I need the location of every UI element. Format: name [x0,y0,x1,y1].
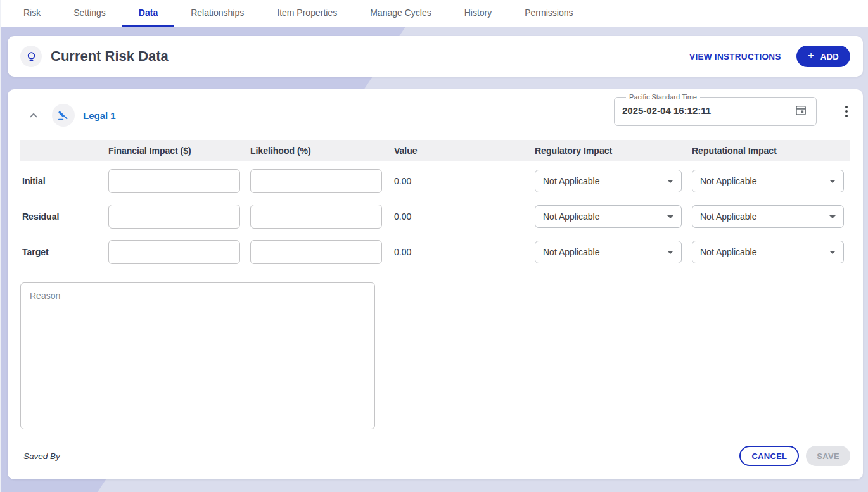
selected-value: Not Applicable [700,247,757,257]
initial-regulatory-impact-select[interactable]: Not Applicable [535,170,682,192]
column-header-regulatory-impact: Regulatory Impact [535,146,692,156]
add-button[interactable]: + ADD [796,46,850,67]
dropdown-caret-icon [829,251,836,254]
plus-icon: + [808,50,815,61]
initial-financial-impact-input[interactable] [108,169,240,193]
tab-item-properties[interactable]: Item Properties [260,0,354,27]
collapse-chevron-up-icon[interactable] [25,107,42,123]
target-regulatory-impact-select[interactable]: Not Applicable [535,241,682,263]
add-button-label: ADD [820,52,839,61]
risk-item-name-link[interactable]: Legal 1 [83,110,116,121]
table-row-initial: Initial 0.00 Not Applicable Not Applicab… [20,169,850,193]
dropdown-caret-icon [829,215,836,218]
gavel-icon [52,104,75,127]
saved-by-label: Saved By [23,451,60,461]
table-header-row: Financial Impact ($) Likelihood (%) Valu… [20,140,850,161]
tab-risk[interactable]: Risk [7,0,57,27]
datetime-fieldset: Pacific Standard Time 2025-02-04 16:12:1… [614,93,817,126]
target-financial-impact-input[interactable] [108,240,240,264]
page-title: Current Risk Data [51,48,169,65]
column-header-likelihood: Likelihood (%) [250,146,394,156]
cancel-button[interactable]: CANCEL [739,446,799,466]
row-label-initial: Initial [20,176,108,186]
residual-reputational-impact-select[interactable]: Not Applicable [692,205,844,228]
timezone-label: Pacific Standard Time [626,93,700,101]
header-actions: VIEW INSTRUCTIONS + ADD [689,46,850,67]
app-window: Risk Settings Data Relationships Item Pr… [0,0,868,492]
target-value: 0.00 [394,247,535,257]
dropdown-caret-icon [829,180,836,183]
table-row-residual: Residual 0.00 Not Applicable Not Applica… [20,205,850,229]
residual-value: 0.00 [394,211,535,222]
column-header-financial-impact: Financial Impact ($) [108,146,250,156]
residual-likelihood-input[interactable] [250,205,382,229]
column-header-reputational-impact: Reputational Impact [692,146,844,156]
table-row-target: Target 0.00 Not Applicable Not Applicabl… [20,240,850,264]
dropdown-caret-icon [667,215,673,218]
page-header-card: Current Risk Data VIEW INSTRUCTIONS + AD… [8,36,863,77]
more-options-kebab-icon[interactable] [841,102,852,121]
tab-settings[interactable]: Settings [57,0,122,27]
view-instructions-link[interactable]: VIEW INSTRUCTIONS [689,52,781,61]
selected-value: Not Applicable [700,176,757,186]
selected-value: Not Applicable [543,247,600,257]
tab-history[interactable]: History [448,0,509,27]
panel-footer: Saved By CANCEL SAVE [20,446,850,466]
target-reputational-impact-select[interactable]: Not Applicable [692,241,844,263]
reason-textarea[interactable] [20,282,375,429]
top-tab-bar: Risk Settings Data Relationships Item Pr… [1,0,868,27]
item-header-row: Legal 1 Pacific Standard Time 2025-02-04… [20,97,850,134]
dropdown-caret-icon [667,180,673,183]
tab-permissions[interactable]: Permissions [508,0,589,27]
selected-value: Not Applicable [543,211,600,222]
tab-manage-cycles[interactable]: Manage Cycles [354,0,448,27]
row-label-residual: Residual [20,211,108,222]
save-button[interactable]: SAVE [806,446,850,466]
column-header-value: Value [394,146,535,156]
risk-data-panel: Legal 1 Pacific Standard Time 2025-02-04… [8,89,863,479]
residual-regulatory-impact-select[interactable]: Not Applicable [535,205,682,228]
target-likelihood-input[interactable] [250,240,382,264]
initial-likelihood-input[interactable] [250,169,382,193]
initial-value: 0.00 [394,176,535,186]
calendar-icon[interactable] [793,103,808,118]
residual-financial-impact-input[interactable] [108,205,240,229]
dropdown-caret-icon [667,251,673,254]
tab-relationships[interactable]: Relationships [174,0,260,27]
selected-value: Not Applicable [543,176,600,186]
tab-data[interactable]: Data [122,0,174,27]
selected-value: Not Applicable [700,211,757,222]
datetime-value[interactable]: 2025-02-04 16:12:11 [622,105,711,116]
initial-reputational-impact-select[interactable]: Not Applicable [692,170,844,192]
lightbulb-icon [20,46,42,67]
row-label-target: Target [20,247,108,257]
